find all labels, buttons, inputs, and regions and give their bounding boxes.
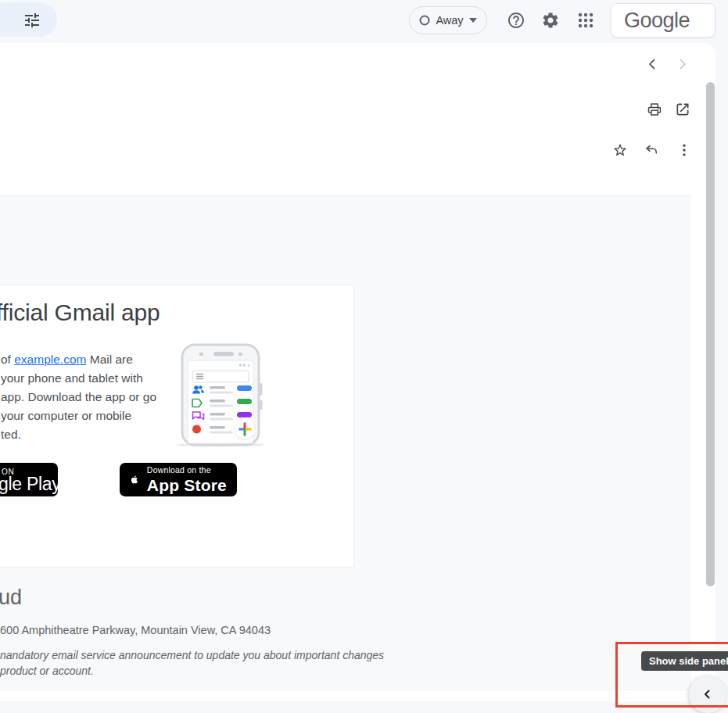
chevron-down-icon bbox=[469, 18, 477, 23]
gmail-page: Away Google bbox=[0, 0, 728, 713]
more-vert-icon bbox=[676, 142, 692, 158]
older-button[interactable] bbox=[676, 57, 690, 71]
google-logo: Google bbox=[624, 9, 690, 33]
footer-address: 600 Amphitheatre Parkway, Mountain View,… bbox=[0, 624, 271, 636]
scrollbar[interactable] bbox=[706, 82, 715, 586]
more-options-button[interactable] bbox=[676, 142, 692, 158]
show-side-panel-button[interactable] bbox=[689, 675, 726, 713]
app-store-badge-bottom: App Store bbox=[147, 477, 227, 493]
status-selector[interactable]: Away bbox=[409, 6, 487, 34]
open-in-new-icon bbox=[675, 102, 690, 117]
email-heading: fficial Gmail app bbox=[0, 299, 160, 326]
footer-disclaimer-line: product or account. bbox=[0, 665, 94, 677]
newer-button[interactable] bbox=[645, 57, 659, 71]
settings-button[interactable] bbox=[541, 11, 560, 30]
print-button[interactable] bbox=[647, 102, 662, 117]
google-play-badge[interactable]: ON gle Play bbox=[0, 463, 58, 496]
presence-circle-icon bbox=[419, 15, 430, 26]
apps-grid-icon bbox=[576, 11, 595, 30]
reply-button[interactable] bbox=[644, 142, 659, 158]
chevron-left-icon bbox=[645, 57, 659, 71]
apps-button[interactable] bbox=[576, 11, 595, 30]
search-options-button[interactable] bbox=[23, 11, 41, 30]
paragraph-line: your phone and tablet with bbox=[1, 369, 156, 388]
google-play-badge-bottom: gle Play bbox=[0, 474, 60, 495]
account-logo-card[interactable]: Google bbox=[611, 3, 715, 38]
help-icon bbox=[507, 11, 525, 30]
status-label: Away bbox=[436, 14, 463, 27]
app-store-badge[interactable]: Download on the App Store bbox=[120, 463, 237, 496]
footer-disclaimer-line: nandatory email service announcement to … bbox=[0, 649, 384, 661]
settings-gear-icon bbox=[541, 11, 560, 30]
chevron-left-icon bbox=[701, 688, 714, 700]
open-in-new-button[interactable] bbox=[675, 102, 690, 117]
reply-icon bbox=[644, 142, 659, 158]
show-side-panel-tooltip: Show side panel bbox=[641, 651, 728, 671]
email-paragraph: of example.com Mail are your phone and t… bbox=[1, 350, 156, 444]
example-link[interactable]: example.com bbox=[14, 353, 86, 366]
paragraph-line: ted. bbox=[1, 425, 156, 444]
chevron-right-icon bbox=[676, 57, 690, 71]
paragraph-line: of example.com Mail are bbox=[1, 350, 156, 369]
phone-illustration bbox=[170, 341, 277, 450]
paragraph-line: your computer or mobile bbox=[1, 407, 156, 425]
apple-logo-icon bbox=[130, 469, 139, 490]
star-icon bbox=[612, 142, 628, 158]
app-store-badge-top: Download on the bbox=[147, 466, 227, 475]
help-button[interactable] bbox=[507, 11, 525, 30]
paragraph-line: app. Download the app or go bbox=[1, 388, 156, 407]
footer-brand-fragment: ud bbox=[0, 586, 22, 610]
print-icon bbox=[647, 102, 662, 117]
tune-icon bbox=[23, 11, 41, 30]
star-button[interactable] bbox=[612, 142, 628, 158]
